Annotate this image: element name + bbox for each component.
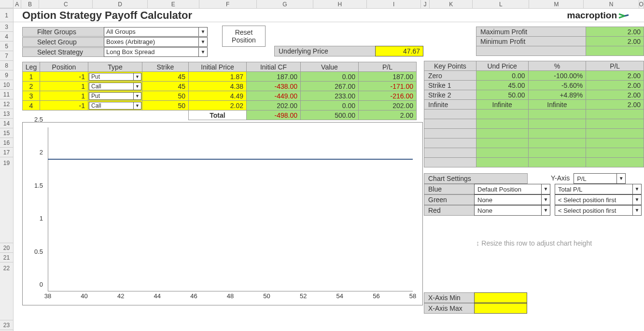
col-D[interactable]: D — [93, 0, 147, 8]
select-strategy-select[interactable]: Long Box Spread▼ — [104, 47, 208, 57]
red-series-metric-select[interactable]: < Select position first▼ — [555, 205, 642, 216]
leg-position-input[interactable]: 1 — [40, 91, 88, 101]
col-C[interactable]: C — [39, 0, 93, 8]
leg-initial-price-input[interactable]: 4.49 — [189, 91, 247, 101]
leg-type-select[interactable]: Call▼ — [89, 83, 141, 90]
chart-series-blue — [48, 159, 413, 160]
legs-table: Leg Position Type Strike Initial Price I… — [22, 62, 417, 120]
leg-strike-input[interactable]: 45 — [142, 72, 189, 82]
leg-row: 2 1 Call▼ 45 4.38 -438.00 267.00 -171.00 — [23, 82, 417, 91]
leg-position-input[interactable]: -1 — [40, 101, 88, 110]
col-F[interactable]: F — [199, 0, 257, 8]
leg-strike-input[interactable]: 50 — [142, 101, 189, 110]
chevron-down-icon: ▼ — [541, 206, 550, 215]
x-tick: 58 — [409, 292, 416, 300]
blue-series-metric-select[interactable]: Total P/L▼ — [555, 184, 642, 194]
row-8[interactable]: 8 — [0, 61, 14, 70]
leg-initial-price-input[interactable]: 2.02 — [189, 101, 247, 110]
red-series-select[interactable]: None▼ — [474, 205, 550, 216]
row-21[interactable]: 21 — [0, 253, 14, 262]
leg-num: 4 — [23, 101, 40, 110]
row-12[interactable]: 12 — [0, 99, 14, 109]
row-13[interactable]: 13 — [0, 109, 14, 119]
green-series-select[interactable]: None▼ — [474, 194, 550, 205]
row-7[interactable]: 7 — [0, 51, 14, 61]
leg-position-input[interactable]: -1 — [40, 72, 88, 82]
blue-series-select[interactable]: Default Position▼ — [474, 184, 550, 194]
y-tick: 2.5 — [34, 116, 43, 123]
kp-und-price: 50.00 — [476, 90, 528, 100]
x-axis-min-label: X-Axis Min — [424, 292, 475, 303]
y-axis-select[interactable]: P/L▼ — [574, 173, 626, 184]
kp-pl: 2.00 — [586, 100, 644, 110]
row-19[interactable]: 19 — [0, 157, 14, 243]
hdr-leg: Leg — [23, 62, 40, 72]
leg-strike-input[interactable]: 45 — [142, 82, 189, 91]
x-tick: 46 — [190, 292, 197, 300]
leg-row: 3 1 Put▼ 50 4.49 -449.00 233.00 -216.00 — [23, 91, 417, 101]
col-H[interactable]: H — [313, 0, 367, 8]
col-B[interactable]: B — [21, 0, 40, 8]
row-1[interactable]: 1 — [0, 9, 14, 22]
col-A[interactable]: A — [14, 0, 21, 8]
row-23[interactable]: 23 — [0, 320, 14, 330]
leg-initial-cf: 187.00 — [247, 72, 301, 82]
leg-initial-price-input[interactable]: 1.87 — [189, 72, 247, 82]
col-K[interactable]: K — [430, 0, 473, 8]
leg-type-select[interactable]: Put▼ — [89, 92, 141, 100]
leg-initial-cf: 202.00 — [247, 101, 301, 110]
row-11[interactable]: 11 — [0, 90, 14, 99]
col-L[interactable]: L — [473, 0, 529, 8]
row-15[interactable]: 15 — [0, 128, 14, 138]
kp-name: Strike 1 — [424, 81, 476, 90]
select-group-select[interactable]: Boxes (Arbitrage)▼ — [104, 37, 208, 47]
row-14[interactable]: 14 — [0, 119, 14, 128]
leg-type-select[interactable]: Call▼ — [89, 102, 141, 110]
leg-strike-input[interactable]: 50 — [142, 91, 189, 101]
col-J[interactable]: J — [421, 0, 430, 8]
row-3[interactable]: 3 — [0, 22, 14, 32]
col-E[interactable]: E — [148, 0, 199, 8]
row-17[interactable]: 17 — [0, 148, 14, 157]
brand-accent-icon — [618, 11, 630, 20]
leg-type-cell: Call▼ — [88, 82, 142, 91]
chevron-down-icon: ▼ — [198, 38, 207, 46]
leg-initial-cf: -438.00 — [247, 82, 301, 91]
keypoint-row: Infinite Infinite Infinite 2.00 — [424, 100, 644, 110]
x-axis-min-input[interactable] — [474, 292, 527, 303]
col-M[interactable]: M — [529, 0, 584, 8]
leg-row: 4 -1 Call▼ 50 2.02 202.00 0.00 202.00 — [23, 101, 417, 110]
row-headers: 1 3 4 5 7 8 9 10 11 12 13 14 15 16 17 19… — [0, 9, 14, 331]
row-16[interactable]: 16 — [0, 138, 14, 148]
leg-position-input[interactable]: 1 — [40, 82, 88, 91]
row-4[interactable]: 4 — [0, 32, 14, 41]
x-axis-max-input[interactable] — [474, 303, 527, 314]
leg-pl: -216.00 — [359, 91, 417, 101]
col-I[interactable]: I — [367, 0, 421, 8]
x-tick: 44 — [154, 292, 161, 300]
col-G[interactable]: G — [257, 0, 313, 8]
kp-und-price: 0.00 — [476, 71, 528, 81]
keypoint-row: Strike 2 50.00 +4.89% 2.00 — [424, 90, 644, 100]
row-9[interactable]: 9 — [0, 70, 14, 80]
kp-pl: 2.00 — [586, 90, 644, 100]
reset-position-button[interactable]: Reset Position — [222, 26, 266, 47]
leg-type-select[interactable]: Put▼ — [89, 73, 141, 81]
col-N[interactable]: N — [584, 0, 639, 8]
payoff-chart[interactable]: 00.511.522.5 3840424446485052545658 — [22, 122, 423, 305]
row-22[interactable]: 22 — [0, 262, 14, 320]
green-series-metric-select[interactable]: < Select position first▼ — [555, 194, 642, 205]
col-O[interactable]: O — [639, 0, 644, 8]
leg-initial-price-input[interactable]: 4.38 — [189, 82, 247, 91]
page-title: Option Strategy Payoff Calculator — [14, 9, 567, 22]
row-5[interactable]: 5 — [0, 41, 14, 51]
x-tick: 42 — [117, 292, 124, 300]
y-axis-label: Y-Axis — [551, 173, 570, 184]
row-20[interactable]: 20 — [0, 243, 14, 253]
underlying-price-input[interactable]: 47.67 — [375, 46, 423, 56]
filter-groups-select[interactable]: All Groups▼ — [104, 27, 208, 37]
profit-summary-table: Maximum Profit 2.00 Minimum Profit 2.00 — [476, 27, 644, 56]
leg-value: 233.00 — [301, 91, 359, 101]
chevron-down-icon: ▼ — [133, 73, 141, 80]
row-10[interactable]: 10 — [0, 80, 14, 90]
